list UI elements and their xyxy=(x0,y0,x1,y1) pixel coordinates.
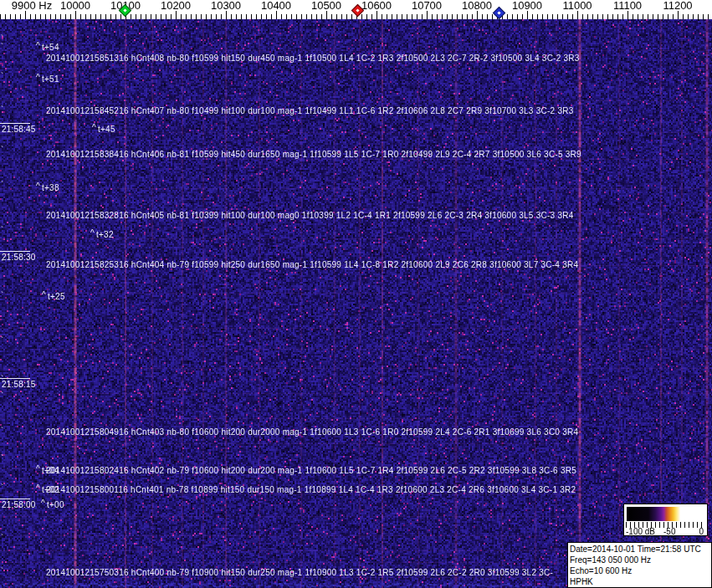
red-diamond-marker-center xyxy=(356,8,359,12)
freq-tick-label: 11200 xyxy=(663,0,692,11)
freq-major-tick xyxy=(276,11,277,19)
freq-major-tick xyxy=(25,11,26,19)
freq-tick-label: 10900 xyxy=(512,0,542,11)
info-station: HPHK xyxy=(570,576,711,587)
freq-tick-label: 10800 xyxy=(462,0,492,11)
freq-major-tick xyxy=(326,11,327,19)
freq-major-tick xyxy=(477,11,478,19)
color-scale-labels: -100 dB -50 0 xyxy=(624,527,707,537)
freq-major-tick xyxy=(176,11,177,19)
info-date-time: Date=2014-10-01 Time=21:58 UTC xyxy=(570,544,711,555)
freq-tick-label: 10600 xyxy=(361,0,392,11)
freq-tick-label: 10000 xyxy=(60,0,90,11)
spectrogram-app: 9900 Hz100001010010200103001040010500106… xyxy=(0,0,712,588)
freq-tick-label: 10300 xyxy=(211,0,241,11)
db-color-scale: -100 dB -50 0 xyxy=(623,504,708,536)
freq-major-tick xyxy=(376,11,377,19)
freq-major-tick xyxy=(577,11,578,19)
freq-tick-label: 10500 xyxy=(311,0,341,11)
scale-label-max: 0 xyxy=(699,527,704,536)
freq-major-tick xyxy=(627,11,628,19)
spectrogram-canvas[interactable] xyxy=(0,19,712,588)
freq-tick-label: 10400 xyxy=(261,0,291,11)
freq-tick-label: 10700 xyxy=(412,0,442,11)
freq-major-tick xyxy=(527,11,528,19)
freq-tick-label: 11100 xyxy=(613,0,642,11)
freq-tick-label: 9900 Hz xyxy=(12,0,52,11)
freq-tick-label: 10200 xyxy=(161,0,191,11)
freq-major-tick xyxy=(75,11,76,19)
info-echo: Echo=10 600 Hz xyxy=(570,565,711,576)
green-diamond-marker-center xyxy=(123,8,126,12)
scale-label-mid: -50 xyxy=(663,527,675,536)
blue-diamond-marker-center xyxy=(497,11,500,14)
status-info-box: Date=2014-10-01 Time=21:58 UTC Freq=143 … xyxy=(567,542,712,588)
scale-label-min: -100 dB xyxy=(626,527,655,536)
freq-major-tick xyxy=(427,11,428,19)
info-frequency: Freq=143 050 000 Hz xyxy=(570,555,711,565)
freq-major-tick xyxy=(678,11,679,19)
frequency-axis[interactable]: 9900 Hz100001010010200103001040010500106… xyxy=(0,0,712,19)
freq-major-tick xyxy=(226,11,227,19)
color-gradient-bar xyxy=(627,507,704,521)
freq-tick-label: 11000 xyxy=(562,0,592,11)
